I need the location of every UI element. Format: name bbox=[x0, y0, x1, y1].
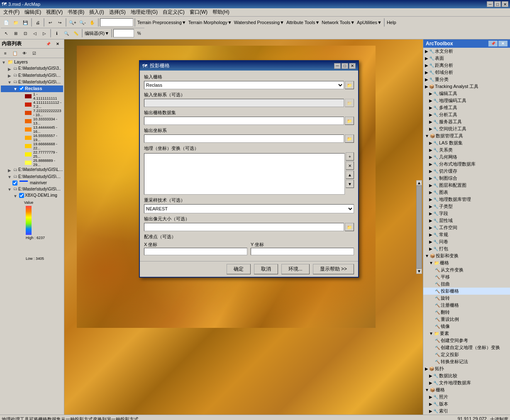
toc-layer2[interactable]: ▶ 🗂 E:\Master\study\GIS\地... bbox=[1, 72, 63, 79]
toc-source-btn[interactable]: 📋 bbox=[10, 49, 20, 57]
geo-add-btn[interactable]: + bbox=[346, 152, 354, 161]
watershed-processing-label[interactable]: Watershed Processing▼ bbox=[233, 20, 285, 25]
reclass-checkbox[interactable] bbox=[19, 86, 24, 91]
help-label[interactable]: Help bbox=[386, 20, 397, 25]
dialog-maximize-btn[interactable]: □ bbox=[342, 63, 348, 69]
terrain-preprocessing-label[interactable]: Terrain Preprocessing▼ bbox=[137, 20, 187, 25]
layer3-expand-icon[interactable]: ▼ bbox=[7, 79, 12, 85]
layer1-expand-icon[interactable]: ▶ bbox=[7, 66, 12, 72]
input-raster-browse[interactable]: 📁 bbox=[345, 81, 354, 89]
toolbox-multi-dim[interactable]: ▶ 🔧 多维工具 bbox=[423, 104, 510, 111]
menu-geoprocessing[interactable]: 地理处理(G) bbox=[128, 8, 160, 17]
toc-layer1[interactable]: ▶ 🗂 E:\Master\study\GIS\3.. bbox=[1, 66, 63, 72]
zoom-percent-btn[interactable]: % bbox=[134, 29, 144, 38]
toc-reclass-selected[interactable]: ▼ Reclass bbox=[1, 85, 63, 92]
scroll-thumb[interactable] bbox=[416, 186, 422, 269]
toolbox-geo-db-mgmt[interactable]: ▶ 🔧 地理数据库管理 bbox=[423, 196, 510, 203]
toolbox-from-file[interactable]: 🔨 从文件变换 bbox=[423, 266, 510, 273]
toolbox-reclass[interactable]: ▶ 🔧 重分类 bbox=[423, 76, 510, 83]
xbxq-checkbox[interactable] bbox=[19, 193, 24, 198]
toolbox-raster-proj[interactable]: ▼ 📁 栅格 bbox=[423, 259, 510, 266]
toolbox-register[interactable]: 🔨 注册栅格 bbox=[423, 302, 510, 309]
zoom-prev-btn[interactable]: ◁ bbox=[30, 29, 39, 38]
toolbox-data-mgmt[interactable]: ▼ 📦 数据管理工具 bbox=[423, 132, 510, 139]
scale-input[interactable]: 1:525,675 bbox=[100, 18, 133, 27]
toolbox-charts[interactable]: ▶ 🔧 图表 bbox=[423, 189, 510, 196]
toolbox-flip[interactable]: 🔨 翻转 bbox=[423, 309, 510, 316]
toolbox-query[interactable]: ▶ 🔧 问卷 bbox=[423, 238, 510, 245]
arctoolbox-close-btn[interactable]: ✕ bbox=[498, 41, 508, 46]
toc-sel-btn[interactable]: ☑ bbox=[29, 49, 39, 57]
resample-select[interactable]: NEAREST BILINEAR CUBIC bbox=[144, 204, 354, 213]
toolbox-distributed[interactable]: ▶ 🔧 分布式地理数据库 bbox=[423, 161, 510, 168]
toolbox-tracking[interactable]: ▶ 📦 Tracking Analyst 工具 bbox=[423, 83, 510, 90]
measure-btn[interactable]: 📏 bbox=[71, 29, 81, 38]
menu-customize[interactable]: 自定义(C) bbox=[160, 8, 187, 17]
toc-layer3[interactable]: ▼ 🗂 E:\Master\study\GIS\地... bbox=[1, 79, 63, 85]
toolbox-general[interactable]: ▶ 🔧 常规 bbox=[423, 231, 510, 238]
env-button[interactable]: 环境... bbox=[281, 264, 310, 274]
minimize-btn[interactable]: ─ bbox=[487, 1, 493, 7]
output-raster-field[interactable]: E:\Master\study\GIS\结课题\卢家波结课题\3\3.gdb\R… bbox=[144, 117, 344, 125]
cell-size-browse[interactable]: 📁 bbox=[345, 223, 354, 231]
terrain-morphology-label[interactable]: Terrain Morphology▼ bbox=[188, 20, 233, 25]
toc-layer5[interactable]: ▼ 🗂 E:\Master\study\GIS\地... bbox=[1, 173, 63, 180]
identify-btn[interactable]: ℹ bbox=[52, 29, 61, 38]
toolbox-subtype[interactable]: ▶ 🔧 子类型 bbox=[423, 203, 510, 210]
editor-label[interactable]: 编辑器(R)▼ bbox=[84, 30, 110, 37]
layer4-expand-icon[interactable]: ▶ bbox=[7, 167, 12, 173]
layers-expand-icon[interactable]: ▼ bbox=[1, 59, 7, 65]
output-raster-browse[interactable]: 📁 bbox=[345, 117, 354, 125]
toolbox-geocode[interactable]: ▶ 🔧 地理编码工具 bbox=[423, 97, 510, 104]
ap-utilities-label[interactable]: ApUtilities▼ bbox=[356, 20, 383, 25]
network-tools-label[interactable]: Network Tools▼ bbox=[321, 20, 356, 25]
menu-help[interactable]: 帮助(H) bbox=[210, 8, 232, 17]
toc-xbxq[interactable]: ▼ XBXQ-DEM1.img bbox=[1, 193, 63, 199]
layer6-expand-icon[interactable]: ▼ bbox=[7, 186, 12, 192]
toolbox-data-compare[interactable]: ▶ 🔧 数据比较 bbox=[423, 372, 510, 379]
layer5-expand-icon[interactable]: ▼ bbox=[7, 174, 12, 180]
close-btn[interactable]: ✕ bbox=[502, 1, 508, 7]
cancel-button[interactable]: 取消 bbox=[254, 264, 278, 274]
toolbox-project-raster[interactable]: 🔨 投影栅格 bbox=[423, 288, 510, 295]
undo-btn[interactable]: ↩ bbox=[46, 18, 55, 27]
reclass-expand-icon[interactable]: ▼ bbox=[12, 86, 18, 92]
toolbox-rescale[interactable]: 🔨 重设比例 bbox=[423, 316, 510, 323]
zoom-next-btn[interactable]: ▷ bbox=[40, 29, 49, 38]
menu-select[interactable]: 选择(S) bbox=[107, 8, 128, 17]
toolbox-analysis[interactable]: ▶ 🔧 分析工具 bbox=[423, 111, 510, 118]
toolbox-create-custom-geo[interactable]: 🔨 创建自定义地理（坐标）变换 bbox=[423, 344, 510, 351]
menu-view[interactable]: 视图(V) bbox=[44, 8, 65, 17]
dialog-minimize-btn[interactable]: ─ bbox=[334, 63, 341, 69]
toolbox-neighbor[interactable]: ▶ 🔧 邻域分析 bbox=[423, 69, 510, 76]
open-btn[interactable]: 📁 bbox=[11, 18, 20, 27]
menu-window[interactable]: 窗口(W) bbox=[187, 8, 210, 17]
map-scrollbar-v[interactable]: ▲ ▼ bbox=[416, 180, 422, 274]
x-coord-input[interactable] bbox=[144, 248, 247, 255]
toolbox-convert-coord[interactable]: 🔨 转换坐标记法 bbox=[423, 358, 510, 365]
mainriver-checkbox[interactable] bbox=[12, 181, 17, 186]
toolbox-layer-config[interactable]: ▶ 🔧 图层和配置图 bbox=[423, 182, 510, 189]
toolbox-mirror[interactable]: 🔨 镜像 bbox=[423, 323, 510, 330]
help-button[interactable]: 显示帮助 >> bbox=[313, 264, 354, 274]
output-coord-browse[interactable]: 📁 bbox=[345, 134, 354, 143]
toolbox-raster-top[interactable]: ▼ 📦 栅格 bbox=[423, 386, 510, 393]
menu-edit[interactable]: 编辑(E) bbox=[22, 8, 44, 17]
search-btn[interactable]: 🔍 bbox=[62, 29, 71, 38]
toolbox-server[interactable]: ▶ 🔧 服务器工具 bbox=[423, 118, 510, 125]
toolbox-rotate[interactable]: 🔨 旋转 bbox=[423, 295, 510, 302]
toolbox-file-geodatabase[interactable]: ▶ 🔧 文件地理数据库 bbox=[423, 379, 510, 386]
toolbox-topology[interactable]: ▶ 📦 拓扑 bbox=[423, 365, 510, 372]
pan-btn[interactable]: ✋ bbox=[88, 18, 97, 27]
select-tool[interactable]: ↖ bbox=[2, 29, 11, 38]
redo-btn[interactable]: ↪ bbox=[55, 18, 64, 27]
toolbox-tile-cache[interactable]: ▶ 🔧 切片缓存 bbox=[423, 168, 510, 175]
toolbox-version[interactable]: ▶ 🔧 版本 bbox=[423, 400, 510, 408]
toolbox-index[interactable]: ▶ 🔧 索引 bbox=[423, 408, 510, 415]
toolbox-package[interactable]: ▶ 🔧 打包 bbox=[423, 245, 510, 252]
toolbox-translate[interactable]: 🔨 平移 bbox=[423, 273, 510, 281]
arctoolbox-pin-btn[interactable]: 📌 bbox=[488, 41, 498, 46]
input-coord-browse[interactable]: 📁 bbox=[345, 99, 354, 107]
y-coord-input[interactable] bbox=[251, 248, 354, 255]
cell-size-field[interactable]: 876.044835042475 bbox=[144, 223, 344, 231]
